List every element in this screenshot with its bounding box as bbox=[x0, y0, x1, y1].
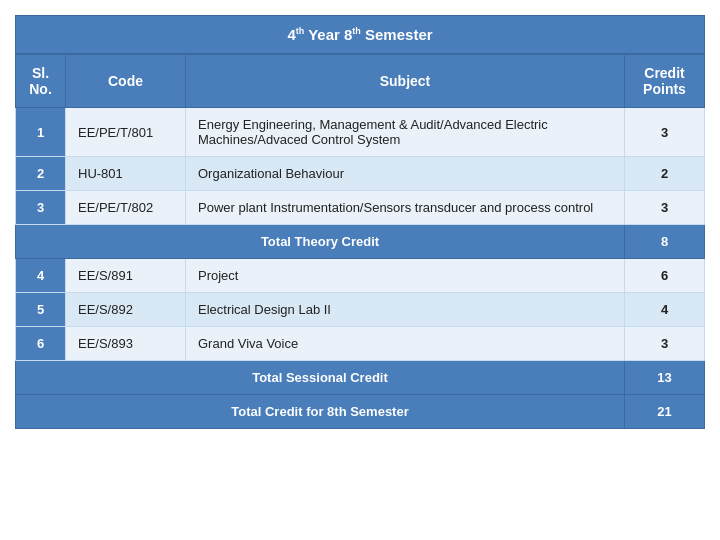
row-code: EE/S/893 bbox=[66, 327, 186, 361]
row-credit: 3 bbox=[625, 108, 705, 157]
total-semester-label: Total Credit for 8th Semester bbox=[16, 395, 625, 429]
row-subject: Energy Engineering, Management & Audit/A… bbox=[186, 108, 625, 157]
row-sl: 1 bbox=[16, 108, 66, 157]
total-sessional-credit: 13 bbox=[625, 361, 705, 395]
header-subject: Subject bbox=[186, 55, 625, 108]
row-sl: 2 bbox=[16, 157, 66, 191]
course-table: Sl. No. Code Subject Credit Points 1 EE/… bbox=[15, 54, 705, 429]
table-row: 6 EE/S/893 Grand Viva Voice 3 bbox=[16, 327, 705, 361]
row-subject: Electrical Design Lab II bbox=[186, 293, 625, 327]
table-row: 3 EE/PE/T/802 Power plant Instrumentatio… bbox=[16, 191, 705, 225]
row-sl: 5 bbox=[16, 293, 66, 327]
page-title: 4th Year 8th Semester bbox=[15, 15, 705, 54]
row-sl: 3 bbox=[16, 191, 66, 225]
header-sl-no: Sl. No. bbox=[16, 55, 66, 108]
row-subject: Power plant Instrumentation/Sensors tran… bbox=[186, 191, 625, 225]
row-credit: 3 bbox=[625, 191, 705, 225]
row-sl: 4 bbox=[16, 259, 66, 293]
row-credit: 3 bbox=[625, 327, 705, 361]
total-semester-row: Total Credit for 8th Semester 21 bbox=[16, 395, 705, 429]
row-credit: 2 bbox=[625, 157, 705, 191]
table-row: 5 EE/S/892 Electrical Design Lab II 4 bbox=[16, 293, 705, 327]
row-code: EE/PE/T/801 bbox=[66, 108, 186, 157]
row-code: EE/S/892 bbox=[66, 293, 186, 327]
row-credit: 4 bbox=[625, 293, 705, 327]
total-sessional-row: Total Sessional Credit 13 bbox=[16, 361, 705, 395]
table-row: 4 EE/S/891 Project 6 bbox=[16, 259, 705, 293]
total-theory-row: Total Theory Credit 8 bbox=[16, 225, 705, 259]
table-header-row: Sl. No. Code Subject Credit Points bbox=[16, 55, 705, 108]
row-code: EE/PE/T/802 bbox=[66, 191, 186, 225]
row-credit: 6 bbox=[625, 259, 705, 293]
row-subject: Organizational Behaviour bbox=[186, 157, 625, 191]
page-container: 4th Year 8th Semester Sl. No. Code Subje… bbox=[0, 0, 720, 540]
title-text: 4th Year 8th Semester bbox=[287, 26, 432, 43]
row-subject: Grand Viva Voice bbox=[186, 327, 625, 361]
row-subject: Project bbox=[186, 259, 625, 293]
table-row: 2 HU-801 Organizational Behaviour 2 bbox=[16, 157, 705, 191]
total-theory-label: Total Theory Credit bbox=[16, 225, 625, 259]
row-code: HU-801 bbox=[66, 157, 186, 191]
table-row: 1 EE/PE/T/801 Energy Engineering, Manage… bbox=[16, 108, 705, 157]
total-theory-credit: 8 bbox=[625, 225, 705, 259]
row-sl: 6 bbox=[16, 327, 66, 361]
total-sessional-label: Total Sessional Credit bbox=[16, 361, 625, 395]
header-code: Code bbox=[66, 55, 186, 108]
header-credit-points: Credit Points bbox=[625, 55, 705, 108]
row-code: EE/S/891 bbox=[66, 259, 186, 293]
total-semester-credit: 21 bbox=[625, 395, 705, 429]
